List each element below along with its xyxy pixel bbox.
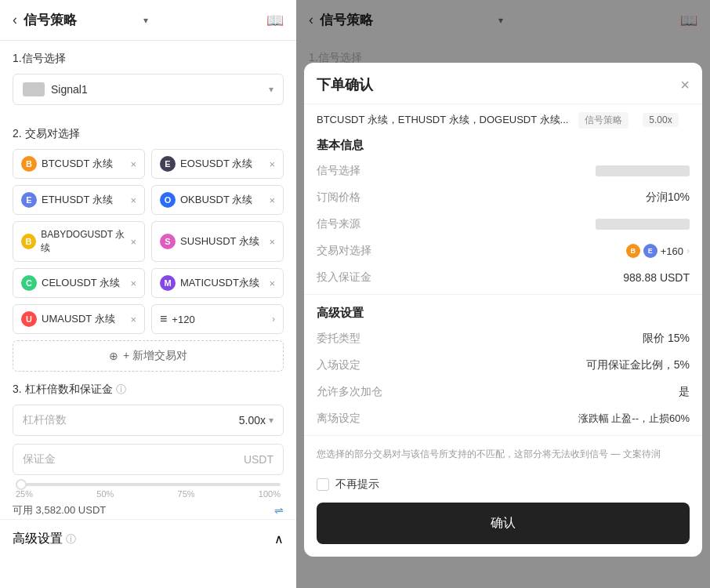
pairs-plus-count: +160 [661,245,683,257]
modal-row-price: 订阅价格 分润10% [304,184,702,211]
close-okb[interactable]: × [269,194,275,206]
pair-tag-celo: C CELOUSDT 永续 × [13,268,145,298]
back-icon[interactable]: ‹ [13,12,17,28]
close-matic[interactable]: × [269,278,275,289]
close-btc[interactable]: × [130,158,136,170]
modal-row-entry: 入场设定 可用保证金比例，5% [304,352,702,379]
no-remind-label: 不再提示 [335,477,379,492]
btc-icon: B [21,156,37,172]
more-chevron: › [272,314,275,325]
signal-select[interactable]: Signal1 ▾ [13,74,284,105]
pair-label-eos: EOSUSDT 永续 [180,157,252,171]
section3-info-icon: ⓘ [116,383,126,397]
close-baby[interactable]: × [130,236,136,248]
margin-row[interactable]: 保证金 USDT [13,444,284,475]
modal-row-exit: 离场设定 涨跌幅 止盈--，止损60% [304,405,702,432]
pair-tag-okb: O OKBUSDT 永续 × [151,185,284,215]
pair-label-okb: OKBUSDT 永续 [180,193,252,207]
uma-icon: U [21,311,37,327]
more-count: +120 [172,314,194,325]
modal-label-signal: 信号选择 [317,164,360,178]
modal-checkbox-row[interactable]: 不再提示 [304,470,702,503]
modal-row-source: 信号来源 [304,211,702,238]
pair-label-eth: ETHUSDT 永续 [42,193,113,207]
modal-value-price: 分润10% [646,191,690,205]
pair-tag-sushi: S SUSHUSDT 永续 × [151,221,284,262]
left-header-book-icon[interactable]: 📖 [266,12,284,29]
eth-icon: E [21,192,37,208]
slider-labels: 25% 50% 75% 100% [16,489,281,499]
confirm-button[interactable]: 确认 [317,503,690,544]
close-uma[interactable]: × [130,314,136,325]
pair-tag-eth: E ETHUSDT 永续 × [13,185,145,215]
confirm-modal: 下单确认 × BTCUSDT 永续，ETHUSDT 永续，DOGEUSDT 永续… [304,63,702,557]
baby-icon: B [21,234,36,249]
left-header-title: 信号策略 [24,11,142,29]
slider-thumb[interactable] [16,479,27,490]
pair-tag-uma: U UMAUSDT 永续 × [13,304,145,334]
modal-row-signal: 信号选择 [304,158,702,184]
transfer-icon[interactable]: ⇌ [274,504,284,517]
pair-tag-baby: B BABYDOGUSDT 永续 × [13,221,145,262]
add-pair-button[interactable]: ⊕ + 新增交易对 [13,340,284,372]
more-pairs-tag[interactable]: ≡ +120 › [151,304,284,334]
sushi-icon: S [160,234,176,249]
pair-label-uma: UMAUSDT 永续 [42,312,115,326]
modal-row-pairs[interactable]: 交易对选择 B E +160 › [304,238,702,264]
section3-header: 3. 杠杆倍数和保证金 ⓘ [13,383,284,397]
modal-divider1 [304,294,702,295]
matic-icon: M [160,275,176,291]
modal-row-order-type: 委托类型 限价 15% [304,325,702,352]
advanced-chevron: ∧ [274,532,284,546]
badge-eth: E [643,244,657,258]
signal-select-left: Signal1 [23,82,88,96]
section2: 2. 交易对选择 B BTCUSDT 永续 × E EOSUSDT 永续 × [0,116,296,334]
section1: 1.信号选择 Signal1 ▾ [0,41,296,105]
slider-track[interactable] [16,483,281,486]
modal-value-signal [596,165,690,176]
add-pair-label: + 新增交易对 [123,349,187,363]
modal-close-button[interactable]: × [680,77,690,93]
pair-label-btc: BTCUSDT 永续 [42,157,113,171]
pair-tag-eos: E EOSUSDT 永续 × [151,149,284,179]
signal-name: Signal1 [51,83,88,96]
leverage-row[interactable]: 杠杆倍数 5.00x ▾ [13,405,284,436]
modal-strategy-label: 信号策略 [578,112,628,129]
pair-label-baby: BABYDOGUSDT 永续 [41,228,130,255]
advanced-title: 高级设置 [13,531,63,547]
available-row: 可用 3,582.00 USDT ⇌ [13,503,284,517]
pair-tag-btc: B BTCUSDT 永续 × [13,149,145,179]
modal-header: 下单确认 × [304,63,702,104]
close-celo[interactable]: × [130,278,136,289]
margin-label: 保证金 [23,452,56,466]
close-eos[interactable]: × [269,158,275,170]
add-pair-plus-icon: ⊕ [109,350,118,362]
modal-leverage-badge: 5.00x [643,113,678,127]
modal-title: 下单确认 [317,75,373,94]
section2-title: 2. 交易对选择 [13,127,284,141]
signal-avatar [23,82,45,96]
advanced-section[interactable]: 高级设置 ⓘ ∧ [0,519,296,558]
modal-label-add-pos: 允许多次加仓 [317,385,382,399]
margin-unit: USDT [244,453,273,466]
no-remind-checkbox[interactable] [317,478,329,491]
left-header-dropdown-icon[interactable]: ▾ [143,15,148,26]
modal-value-entry: 可用保证金比例，5% [586,358,690,372]
modal-label-price: 订阅价格 [317,191,360,205]
modal-label-source: 信号来源 [317,217,360,231]
section1-title: 1.信号选择 [13,52,284,66]
modal-label-entry: 入场设定 [317,358,360,372]
pair-label-sushi: SUSHUSDT 永续 [180,234,259,249]
modal-value-source [596,219,690,230]
modal-value-exit: 涨跌幅 止盈--，止损60% [578,412,690,426]
slider-label-25: 25% [16,489,33,499]
right-panel: ‹ 信号策略 ▾ 📖 1.信号选择 下单确认 × BTCUSDT 永续，ETHU… [296,0,710,588]
close-sushi[interactable]: × [269,236,275,248]
leverage-dropdown-icon: ▾ [269,415,273,426]
close-eth[interactable]: × [130,194,136,206]
modal-row-margin: 投入保证金 988.88 USDT [304,264,702,291]
modal-subtitle-row: BTCUSDT 永续，ETHUSDT 永续，DOGEUSDT 永续... 信号策… [304,104,702,130]
available-label: 可用 3,582.00 USDT [13,503,106,517]
eos-icon: E [160,156,176,172]
left-panel: ‹ 信号策略 ▾ 📖 1.信号选择 Signal1 ▾ 2. 交易对选择 B B… [0,0,296,588]
